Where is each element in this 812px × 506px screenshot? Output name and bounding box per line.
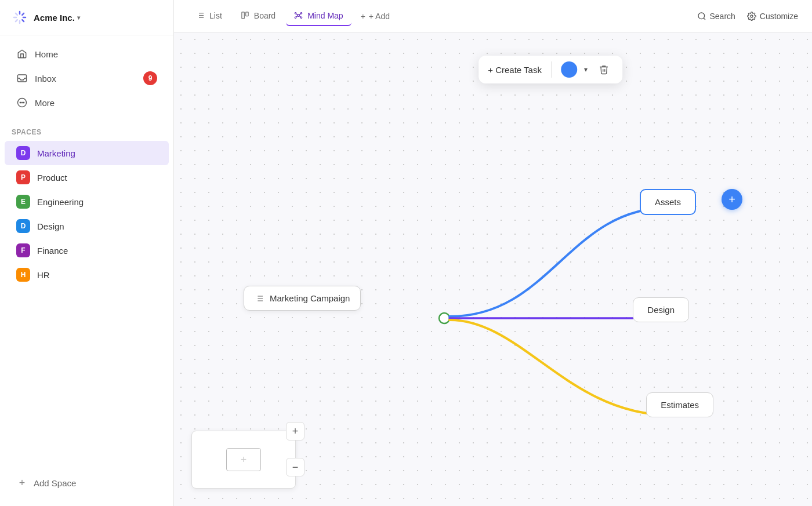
tab-mindmap[interactable]: Mind Map [286,6,351,26]
company-name[interactable]: Acme Inc. ▾ [34,13,80,23]
node-marketing-campaign-label: Marketing Campaign [270,293,350,303]
mind-map-area[interactable]: + Create Task ▾ [174,32,812,506]
inbox-label: Inbox [35,74,56,83]
finance-label: Finance [37,246,68,256]
svg-point-33 [751,15,753,17]
svg-point-23 [295,13,296,14]
add-space-button[interactable]: + Add Space [5,471,169,494]
zoom-in-label: + [292,425,299,438]
sidebar-item-home[interactable]: Home [5,42,169,65]
board-icon [241,11,249,20]
dropdown-arrow-icon[interactable]: ▾ [584,65,588,74]
tab-list[interactable]: List [188,6,230,26]
acme-logo-icon [12,9,28,26]
mini-map-crosshair-icon: + [241,454,247,466]
svg-point-34 [439,313,449,323]
add-space-plus-icon: + [16,477,28,489]
node-marketing-campaign[interactable]: Marketing Campaign [244,286,361,311]
node-estimates[interactable]: Estimates [646,392,713,417]
marketing-space-icon: D [16,146,30,160]
svg-rect-21 [246,12,248,16]
svg-point-11 [20,102,21,103]
company-dropdown-icon: ▾ [77,14,80,21]
node-estimates-label: Estimates [661,400,699,410]
sidebar-item-finance[interactable]: F Finance [5,238,169,263]
home-icon [16,48,28,60]
svg-point-12 [21,102,23,103]
sidebar-item-more[interactable]: More [5,91,169,114]
create-task-button[interactable]: + Create Task [488,65,542,75]
tab-board-label: Board [254,11,276,20]
topbar: List Board Mind Map [174,0,812,32]
sidebar-bottom: + Add Space [0,469,173,506]
sidebar-item-design[interactable]: D Design [5,214,169,238]
tab-board[interactable]: Board [233,6,284,26]
node-design[interactable]: Design [633,297,689,322]
sidebar-item-marketing[interactable]: D Marketing [5,141,169,165]
node-design-label: Design [647,305,675,315]
add-tab-button[interactable]: + + Add [354,7,397,26]
svg-line-7 [22,20,24,21]
search-icon [697,12,706,21]
more-icon [16,97,28,108]
svg-point-25 [295,17,296,19]
marketing-label: Marketing [37,148,75,158]
search-button[interactable]: Search [697,12,735,21]
sidebar-item-product[interactable]: P Product [5,165,169,190]
topbar-right: Search Customize [697,12,799,21]
svg-point-13 [23,102,24,103]
create-task-label: + Create Task [488,65,542,75]
product-space-icon: P [16,170,30,184]
product-label: Product [37,173,67,183]
svg-line-3 [22,13,24,15]
svg-line-32 [704,18,705,20]
sidebar-header: Acme Inc. ▾ [0,0,173,35]
node-assets-label: Assets [655,197,681,207]
sidebar-item-hr[interactable]: H HR [5,263,169,287]
company-name-text: Acme Inc. [34,13,75,23]
zoom-out-button[interactable]: − [286,458,304,476]
trash-icon [599,64,609,75]
add-tab-plus-icon: + [361,12,365,21]
main-content: List Board Mind Map [174,0,812,506]
add-tab-label: + Add [369,12,390,21]
svg-rect-20 [242,12,244,19]
svg-point-24 [300,13,302,14]
sidebar: Acme Inc. ▾ Home Inbox 9 [0,0,174,506]
mini-map-viewport: + [226,448,261,471]
home-label: Home [35,49,58,59]
customize-label: Customize [760,12,798,21]
sidebar-nav: Home Inbox 9 More [0,35,173,121]
sidebar-item-inbox[interactable]: Inbox 9 [5,65,169,91]
sidebar-item-engineering[interactable]: E Engineering [5,190,169,214]
add-space-label: Add Space [34,478,76,488]
search-label: Search [710,12,735,21]
list-icon [196,11,205,20]
spaces-section-label: Spaces [0,121,173,141]
add-node-button[interactable]: + [722,189,742,210]
delete-button[interactable] [594,60,613,79]
inbox-badge: 9 [143,71,157,85]
mini-map-zoom-controls: − [286,458,304,476]
add-node-plus-icon: + [728,193,735,206]
node-assets[interactable]: Assets [640,189,696,215]
mini-map: + + − [191,431,296,489]
engineering-space-icon: E [16,195,30,209]
svg-point-31 [698,13,705,19]
svg-line-27 [296,14,298,15]
inbox-icon [16,72,28,84]
hr-space-icon: H [16,268,30,282]
design-label: Design [37,221,64,231]
customize-icon [747,12,756,21]
customize-button[interactable]: Customize [747,12,798,21]
color-picker-button[interactable] [561,61,577,78]
svg-line-29 [296,16,298,17]
engineering-label: Engineering [37,197,84,207]
more-label: More [35,98,55,108]
mind-map-toolbar: + Create Task ▾ [478,56,622,83]
mini-map-zoom-in-button[interactable]: + [286,422,304,441]
svg-line-28 [299,14,301,15]
design-space-icon: D [16,219,30,233]
zoom-out-label: − [292,461,299,474]
svg-line-4 [16,20,17,21]
